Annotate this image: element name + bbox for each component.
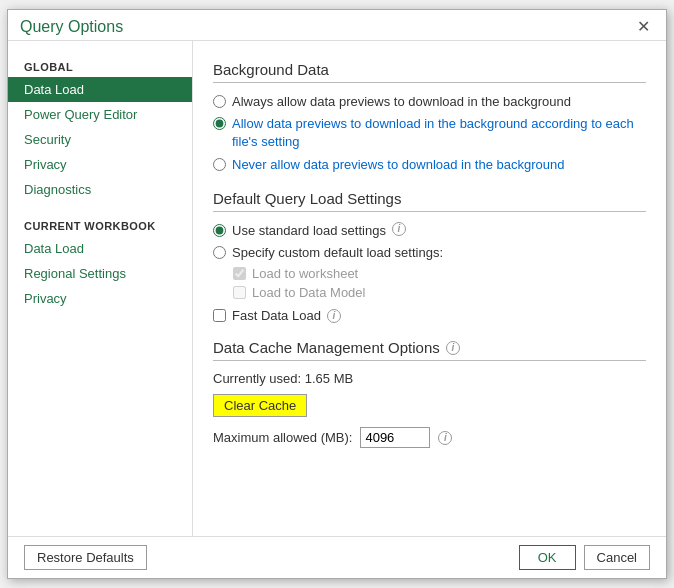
dql-custom-options: Load to worksheet Load to Data Model <box>213 266 646 300</box>
clear-cache-button[interactable]: Clear Cache <box>213 394 307 417</box>
fast-data-load-checkbox[interactable] <box>213 309 226 322</box>
max-allowed-input[interactable] <box>360 427 430 448</box>
fast-data-load-label: Fast Data Load <box>232 308 321 323</box>
dql-datamodel-option: Load to Data Model <box>233 285 646 300</box>
sidebar-item-data-load[interactable]: Data Load <box>8 77 192 102</box>
dql-custom-option: Specify custom default load settings: <box>213 244 646 262</box>
dql-custom-label: Specify custom default load settings: <box>232 244 443 262</box>
dialog-title: Query Options <box>20 18 123 36</box>
max-allowed-label: Maximum allowed (MB): <box>213 430 352 445</box>
title-bar: Query Options ✕ <box>8 10 666 40</box>
bg-always-option: Always allow data previews to download i… <box>213 93 646 111</box>
dql-standard-option: Use standard load settings i <box>213 222 646 240</box>
sidebar-item-cw-regional-settings[interactable]: Regional Settings <box>8 261 192 286</box>
sidebar: GLOBAL Data Load Power Query Editor Secu… <box>8 41 193 536</box>
cache-info-icon[interactable]: i <box>446 341 460 355</box>
sidebar-item-power-query-editor[interactable]: Power Query Editor <box>8 102 192 127</box>
sidebar-item-diagnostics[interactable]: Diagnostics <box>8 177 192 202</box>
currently-used-label: Currently used: <box>213 371 301 386</box>
content-scroll: Background Data Always allow data previe… <box>193 41 666 536</box>
dql-standard-radio[interactable] <box>213 224 226 237</box>
background-data-options: Always allow data previews to download i… <box>213 93 646 174</box>
bg-always-label: Always allow data previews to download i… <box>232 93 571 111</box>
bg-allow-label: Allow data previews to download in the b… <box>232 115 646 151</box>
dql-datamodel-label: Load to Data Model <box>252 285 365 300</box>
cache-section-title: Data Cache Management Options i <box>213 339 646 361</box>
dql-title: Default Query Load Settings <box>213 190 646 212</box>
ok-button[interactable]: OK <box>519 545 576 570</box>
bg-never-option: Never allow data previews to download in… <box>213 156 646 174</box>
sidebar-item-security[interactable]: Security <box>8 127 192 152</box>
cache-section: Data Cache Management Options i Currentl… <box>213 339 646 448</box>
current-workbook-section-label: CURRENT WORKBOOK <box>8 212 192 236</box>
fast-data-load-row: Fast Data Load i <box>213 308 646 323</box>
dql-section: Default Query Load Settings Use standard… <box>213 190 646 300</box>
cancel-button[interactable]: Cancel <box>584 545 650 570</box>
dql-worksheet-label: Load to worksheet <box>252 266 358 281</box>
cache-title-text: Data Cache Management Options <box>213 339 440 356</box>
bg-allow-option: Allow data previews to download in the b… <box>213 115 646 151</box>
currently-used-value: 1.65 MB <box>305 371 353 386</box>
background-data-title: Background Data <box>213 61 646 83</box>
bg-allow-radio[interactable] <box>213 117 226 130</box>
dql-custom-radio[interactable] <box>213 246 226 259</box>
main-content: Background Data Always allow data previe… <box>193 41 666 536</box>
bg-never-label: Never allow data previews to download in… <box>232 156 564 174</box>
global-section-label: GLOBAL <box>8 53 192 77</box>
restore-defaults-button[interactable]: Restore Defaults <box>24 545 147 570</box>
dql-standard-info-icon[interactable]: i <box>392 222 406 236</box>
bg-always-radio[interactable] <box>213 95 226 108</box>
dialog-footer: Restore Defaults OK Cancel <box>8 536 666 578</box>
dql-worksheet-option: Load to worksheet <box>233 266 646 281</box>
sidebar-item-privacy[interactable]: Privacy <box>8 152 192 177</box>
dql-worksheet-checkbox[interactable] <box>233 267 246 280</box>
sidebar-item-cw-data-load[interactable]: Data Load <box>8 236 192 261</box>
currently-used-row: Currently used: 1.65 MB <box>213 371 646 386</box>
dql-standard-label: Use standard load settings <box>232 222 386 240</box>
sidebar-item-cw-privacy[interactable]: Privacy <box>8 286 192 311</box>
fast-data-load-info-icon[interactable]: i <box>327 309 341 323</box>
max-allowed-row: Maximum allowed (MB): i <box>213 427 646 448</box>
dialog-body: GLOBAL Data Load Power Query Editor Secu… <box>8 40 666 536</box>
close-button[interactable]: ✕ <box>633 19 654 35</box>
query-options-dialog: Query Options ✕ GLOBAL Data Load Power Q… <box>7 9 667 579</box>
dql-datamodel-checkbox[interactable] <box>233 286 246 299</box>
bg-never-radio[interactable] <box>213 158 226 171</box>
max-allowed-info-icon[interactable]: i <box>438 431 452 445</box>
